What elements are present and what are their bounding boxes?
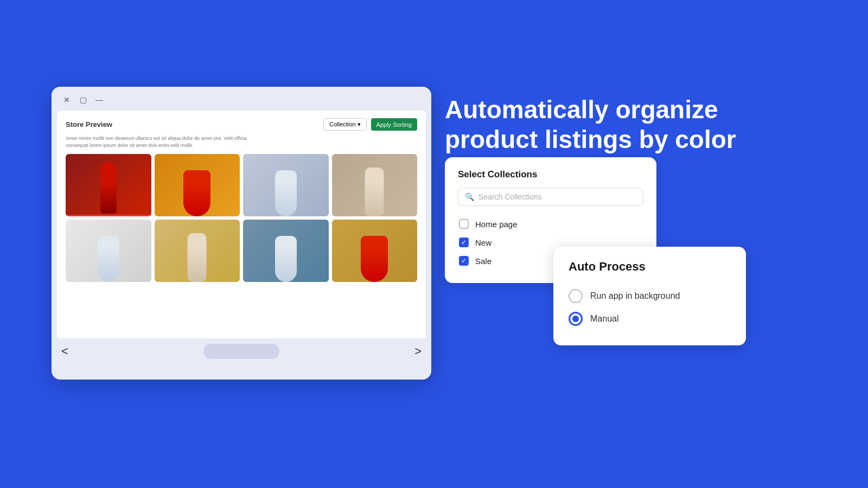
collection-item-homepage[interactable]: Home page [458, 215, 643, 233]
radio-dot-manual [572, 316, 579, 322]
radio-label-manual: Manual [590, 314, 618, 324]
product-cell-4 [332, 154, 418, 216]
auto-process-title: Auto Process [569, 260, 731, 274]
product-cell-7 [243, 220, 329, 282]
product-cell-8 [332, 220, 418, 282]
store-header: Store Preview Collection ▾ Apply Sorting [66, 118, 417, 131]
store-actions: Collection ▾ Apply Sorting [323, 118, 417, 131]
browser-titlebar: ✕ ▢ — [52, 87, 431, 111]
product-figure-1 [100, 162, 117, 214]
search-placeholder: Search Collections [478, 192, 636, 201]
product-cell-6 [155, 220, 240, 282]
maximize-icon[interactable]: ▢ [78, 94, 88, 105]
product-cell-5 [66, 220, 151, 282]
auto-process-panel: Auto Process Run app in background Manua… [553, 247, 746, 345]
browser-window: ✕ ▢ — Store Preview Collection ▾ Apply S… [52, 87, 431, 380]
radio-background[interactable] [569, 289, 583, 303]
collection-label-homepage: Home page [475, 220, 518, 229]
product-figure-5 [98, 236, 119, 282]
checkbox-sale[interactable]: ✓ [459, 256, 469, 266]
product-figure-7 [275, 236, 297, 282]
cell-bottom-bar-1 [66, 215, 151, 216]
checkbox-new[interactable]: ✓ [459, 237, 469, 247]
product-figure-3 [275, 170, 297, 216]
close-icon[interactable]: ✕ [61, 94, 72, 105]
product-cell-2 [155, 154, 240, 216]
collections-search-bar[interactable]: 🔍 Search Collections [458, 188, 643, 206]
product-figure-8 [361, 236, 388, 282]
hero-line2: product listings by color [445, 125, 760, 155]
product-cell-1 [66, 154, 151, 216]
product-figure-6 [188, 233, 207, 282]
store-subtitle: Amet minim mollit non deserunt ullamco e… [66, 135, 250, 149]
hero-line1: Automatically organize [445, 95, 760, 125]
collection-dropdown-btn[interactable]: Collection ▾ [323, 118, 366, 131]
radio-label-background: Run app in background [590, 291, 680, 301]
radio-manual[interactable] [569, 312, 583, 326]
product-grid [66, 154, 417, 282]
apply-sorting-btn[interactable]: Apply Sorting [371, 118, 417, 131]
nav-pill [203, 344, 279, 359]
radio-item-manual[interactable]: Manual [569, 307, 731, 330]
checkbox-homepage[interactable] [459, 219, 469, 229]
browser-content: Store Preview Collection ▾ Apply Sorting… [57, 111, 426, 338]
product-figure-4 [365, 168, 384, 216]
collections-panel-title: Select Collections [458, 169, 643, 180]
radio-item-background[interactable]: Run app in background [569, 285, 731, 307]
nav-next-btn[interactable]: > [414, 344, 422, 358]
search-icon: 🔍 [465, 192, 474, 201]
product-cell-3 [243, 154, 329, 216]
hero-text: Automatically organize product listings … [445, 95, 760, 155]
store-title: Store Preview [66, 120, 112, 129]
nav-prev-btn[interactable]: < [61, 344, 68, 358]
minimize-icon[interactable]: — [94, 94, 105, 105]
collection-label-sale: Sale [475, 256, 492, 266]
product-figure-2 [183, 170, 210, 216]
collection-label-new: New [475, 238, 492, 247]
browser-nav: < > [52, 338, 431, 364]
